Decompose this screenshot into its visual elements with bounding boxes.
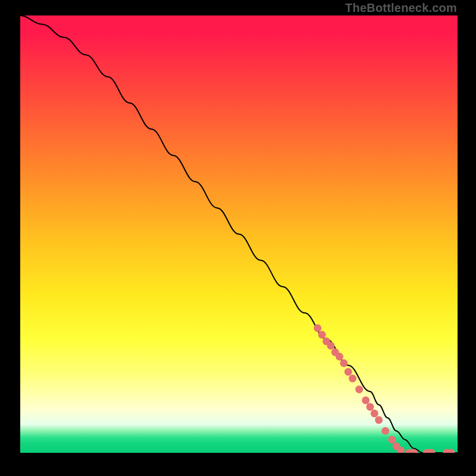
bottleneck-curve: [20, 15, 458, 453]
data-marker: [367, 403, 374, 411]
chart-overlay: [20, 15, 458, 453]
marker-group: [314, 324, 455, 453]
data-marker: [362, 396, 369, 404]
data-marker: [327, 342, 334, 349]
data-marker: [388, 436, 396, 443]
data-marker: [381, 427, 389, 435]
data-marker: [375, 416, 383, 424]
chart-frame: TheBottleneck.com: [0, 0, 476, 476]
data-marker: [318, 331, 326, 339]
data-marker: [340, 359, 347, 367]
data-marker: [349, 375, 356, 383]
watermark-text: TheBottleneck.com: [345, 1, 457, 15]
data-marker: [345, 368, 352, 376]
data-marker: [371, 409, 378, 417]
data-marker: [355, 386, 363, 393]
plot-area: [20, 15, 458, 453]
data-marker: [336, 353, 343, 361]
data-marker: [314, 324, 321, 332]
